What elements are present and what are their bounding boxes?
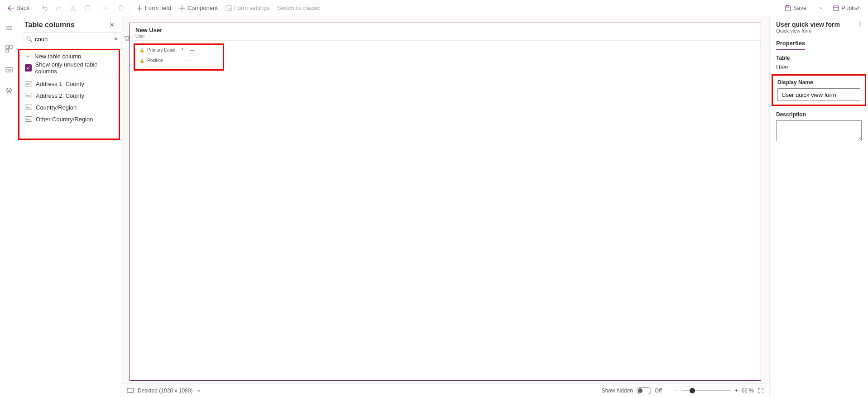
svg-rect-9 — [6, 49, 9, 52]
zoom-out-button[interactable]: − — [675, 387, 678, 394]
table-columns-panel: Table columns ✕ ✕ ＋ New table column ✓ S… — [18, 16, 121, 397]
new-table-column[interactable]: ＋ New table column — [19, 50, 119, 62]
svg-rect-13 — [127, 388, 134, 392]
lock-icon: 🔒 — [139, 48, 144, 53]
cut-button[interactable] — [66, 1, 81, 15]
zoom-in-button[interactable]: + — [735, 387, 738, 394]
properties-pane: User quick view form Quick view form Pro… — [769, 16, 868, 397]
publish-icon — [832, 5, 839, 12]
undo-icon — [41, 5, 48, 12]
form-field-row[interactable]: 🔒 Primary Email * --- — [135, 45, 223, 55]
redo-button[interactable] — [52, 1, 66, 15]
form-canvas: New User User 🔒 Primary Email * --- 🔒 Po… — [121, 16, 769, 397]
show-hidden-label: Show hidden — [601, 387, 633, 394]
field-label: Primary Email — [147, 48, 179, 53]
component-label: Component — [187, 5, 218, 11]
delete-button[interactable] — [114, 1, 128, 15]
delete-icon — [117, 5, 125, 12]
cut-icon — [70, 5, 77, 12]
display-name-input[interactable] — [777, 88, 860, 101]
list-item[interactable]: Abc Other Country/Region — [19, 113, 119, 125]
status-bar: Desktop (1920 x 1080) Show hidden Off − … — [121, 383, 769, 397]
column-label: Address 1: County — [36, 81, 84, 87]
zoom-slider[interactable] — [681, 390, 731, 391]
form-settings-button[interactable]: Form settings — [221, 1, 273, 15]
paste-dropdown[interactable] — [99, 1, 114, 15]
list-item[interactable]: Abc Address 1: County — [19, 78, 119, 90]
rail-layers-icon[interactable] — [2, 83, 16, 98]
publish-button[interactable]: Publish — [829, 1, 864, 15]
plus-icon — [178, 5, 186, 12]
divider — [19, 76, 119, 76]
form-preview[interactable]: New User User 🔒 Primary Email * --- 🔒 Po… — [129, 23, 761, 381]
table-field-value: User — [776, 64, 862, 71]
device-label[interactable]: Desktop (1920 x 1080) — [138, 387, 192, 394]
left-rail: Abc — [0, 16, 18, 397]
show-unused-toggle[interactable]: ✓ Show only unused table columns — [19, 62, 119, 74]
column-search-input[interactable] — [35, 36, 111, 43]
separator — [35, 4, 35, 13]
form-section-highlight[interactable]: 🔒 Primary Email * --- 🔒 Position --- — [134, 43, 224, 71]
component-button[interactable]: Component — [175, 1, 221, 15]
clear-search-icon[interactable]: ✕ — [114, 36, 118, 42]
prop-title: User quick view form — [776, 21, 857, 28]
rail-hamburger[interactable] — [2, 21, 16, 35]
rail-field-icon[interactable]: Abc — [2, 62, 16, 77]
separator — [97, 4, 97, 13]
zoom-value: 66 % — [742, 387, 754, 394]
description-label: Description — [776, 111, 862, 118]
table-field-label: Table — [776, 55, 862, 61]
publish-label: Publish — [841, 5, 861, 11]
chevron-down-icon — [103, 5, 110, 12]
save-label: Save — [793, 5, 807, 11]
form-field-row[interactable]: 🔒 Position --- — [135, 55, 223, 66]
separator — [812, 4, 812, 13]
description-input[interactable] — [776, 120, 862, 141]
field-value: --- — [190, 48, 194, 53]
text-field-icon: Abc — [25, 81, 32, 86]
save-dropdown[interactable] — [814, 1, 829, 15]
column-search-box[interactable]: ✕ — [23, 33, 121, 45]
paste-icon — [84, 5, 91, 12]
show-hidden-toggle[interactable] — [637, 387, 651, 394]
chevron-down-icon — [818, 5, 825, 12]
column-label: Address 2: County — [36, 92, 84, 99]
svg-point-5 — [229, 8, 231, 11]
collapse-pane-icon[interactable] — [857, 21, 862, 27]
save-icon — [784, 5, 791, 12]
paste-button[interactable] — [81, 1, 95, 15]
list-item[interactable]: Abc Country/Region — [19, 101, 119, 113]
field-value: --- — [185, 58, 190, 63]
list-item[interactable]: Abc Address 2: County — [19, 90, 119, 101]
display-name-highlight: Display Name — [772, 74, 866, 106]
form-field-button[interactable]: Form field — [132, 1, 175, 15]
checkbox-checked-icon: ✓ — [25, 64, 32, 72]
svg-rect-8 — [10, 46, 12, 48]
tab-properties[interactable]: Properties — [776, 38, 805, 50]
text-field-icon: Abc — [25, 116, 32, 122]
fit-to-screen-icon[interactable] — [758, 387, 764, 394]
search-icon — [26, 36, 32, 42]
chevron-down-icon[interactable] — [196, 388, 201, 393]
toggle-off-label: Off — [655, 387, 662, 394]
top-toolbar: Back Form field — [0, 0, 868, 16]
back-button[interactable]: Back — [4, 1, 33, 15]
form-header: New User User — [130, 23, 761, 41]
save-button[interactable]: Save — [781, 1, 810, 15]
separator — [130, 4, 130, 13]
rail-components-icon[interactable] — [2, 42, 16, 56]
display-name-label: Display Name — [777, 79, 860, 86]
form-settings-label: Form settings — [234, 5, 270, 11]
panel-close-icon[interactable]: ✕ — [109, 21, 115, 29]
field-label: Position — [147, 58, 179, 63]
new-column-label: New table column — [34, 53, 81, 60]
device-icon — [127, 388, 134, 393]
svg-rect-7 — [6, 46, 9, 48]
undo-button[interactable] — [37, 1, 52, 15]
column-label: Country/Region — [36, 104, 77, 111]
svg-point-12 — [27, 37, 30, 40]
form-title: New User — [135, 27, 755, 33]
column-label: Other Country/Region — [36, 116, 93, 123]
form-field-label: Form field — [145, 5, 171, 11]
switch-classic-button[interactable]: Switch to classic — [273, 1, 324, 15]
